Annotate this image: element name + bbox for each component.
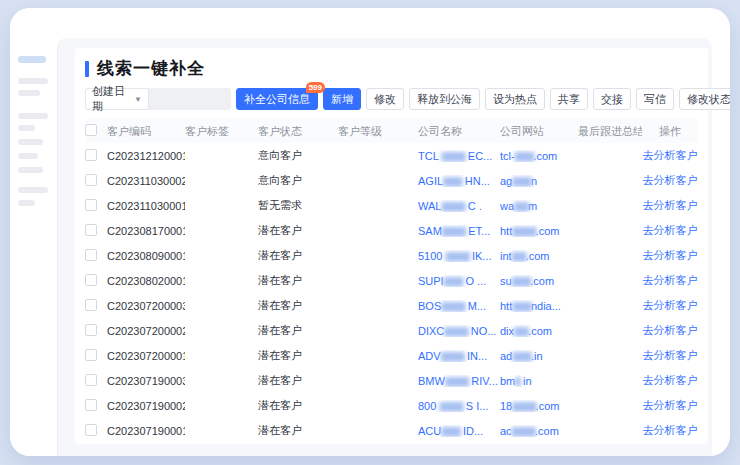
- row-checkbox[interactable]: [85, 249, 97, 261]
- company-website[interactable]: htt█████.com: [500, 225, 578, 237]
- select-all-checkbox[interactable]: [85, 124, 97, 136]
- sidebar-item[interactable]: [18, 139, 43, 145]
- complete-company-info-button[interactable]: 补全公司信息 599: [236, 88, 318, 110]
- company-website-redacted: █: [515, 377, 520, 386]
- company-website-visible: su: [500, 275, 512, 287]
- row-select-cell: [85, 249, 107, 263]
- company-name-visible: ADV: [418, 350, 441, 362]
- company-website[interactable]: ac█████.com: [500, 425, 578, 437]
- sidebar-item[interactable]: [18, 167, 43, 173]
- company-name-visible: AGIL: [418, 175, 443, 187]
- analyze-customer-link[interactable]: 去分析客户: [643, 424, 698, 436]
- company-website[interactable]: wa███m: [500, 200, 578, 212]
- company-name[interactable]: AGIL████ HN...: [418, 175, 500, 187]
- credit-badge: 599: [306, 82, 325, 93]
- company-name[interactable]: TCL █████ EC...: [418, 150, 500, 162]
- company-name-redacted: ████: [443, 177, 462, 186]
- analyze-customer-link[interactable]: 去分析客户: [643, 149, 698, 161]
- row-checkbox[interactable]: [85, 174, 97, 186]
- company-name-visible: EC...: [465, 150, 493, 162]
- share-button[interactable]: 共享: [550, 88, 588, 110]
- row-checkbox[interactable]: [85, 349, 97, 361]
- analyze-customer-link[interactable]: 去分析客户: [643, 274, 698, 286]
- company-website[interactable]: tcl-████.com: [500, 150, 578, 162]
- company-name-redacted: █████: [439, 402, 462, 411]
- company-name[interactable]: SUPI████ O ...: [418, 275, 500, 287]
- row-checkbox[interactable]: [85, 299, 97, 311]
- company-website-visible: in: [520, 375, 532, 387]
- analyze-customer-link[interactable]: 去分析客户: [643, 324, 698, 336]
- row-checkbox[interactable]: [85, 374, 97, 386]
- add-button[interactable]: 新增: [323, 88, 361, 110]
- change-status-button[interactable]: 修改状态: [679, 88, 730, 110]
- company-name[interactable]: 5100 █████ IK...: [418, 250, 500, 262]
- company-name[interactable]: BMW█████ RIV...: [418, 375, 500, 387]
- company-website[interactable]: su████.com: [500, 275, 578, 287]
- sidebar-item-active[interactable]: [18, 56, 46, 63]
- customer-code: C202307190003: [107, 375, 185, 387]
- company-name-redacted: █████: [442, 227, 465, 236]
- set-hotspot-button[interactable]: 设为热点: [485, 88, 545, 110]
- company-name[interactable]: 800 █████ S I...: [418, 400, 500, 412]
- sidebar-item[interactable]: [18, 113, 48, 119]
- analyze-customer-link[interactable]: 去分析客户: [643, 349, 698, 361]
- table-row: C202307200003 潜在客户 BOS█████ M... htt████…: [85, 293, 698, 318]
- company-website[interactable]: ad████.in: [500, 350, 578, 362]
- sidebar-item[interactable]: [18, 153, 38, 159]
- company-name[interactable]: BOS█████ M...: [418, 300, 500, 312]
- company-name-redacted: █████: [441, 302, 464, 311]
- date-field-label: 创建日期: [92, 84, 134, 114]
- handover-button[interactable]: 交接: [593, 88, 631, 110]
- release-to-pool-button[interactable]: 释放到公海: [409, 88, 480, 110]
- company-website-redacted: █████: [512, 402, 535, 411]
- analyze-customer-link[interactable]: 去分析客户: [643, 374, 698, 386]
- analyze-customer-link[interactable]: 去分析客户: [643, 399, 698, 411]
- customer-status: 潜在客户: [258, 373, 338, 388]
- company-website[interactable]: htt████ndia...: [500, 300, 578, 312]
- row-checkbox[interactable]: [85, 274, 97, 286]
- company-name-visible: IN...: [464, 350, 487, 362]
- company-name-visible: IK...: [469, 250, 492, 262]
- company-website-visible: 18: [500, 400, 512, 412]
- company-name-redacted: █████: [441, 202, 464, 211]
- company-name[interactable]: ACU████ ID...: [418, 425, 500, 437]
- date-field-select[interactable]: 创建日期 ▼: [85, 88, 149, 110]
- company-website[interactable]: 18█████.com: [500, 400, 578, 412]
- analyze-customer-link[interactable]: 去分析客户: [643, 199, 698, 211]
- company-website[interactable]: ag████n: [500, 175, 578, 187]
- company-name[interactable]: DIXC█████ NO...: [418, 325, 500, 337]
- sidebar-item[interactable]: [18, 90, 40, 96]
- analyze-customer-link[interactable]: 去分析客户: [643, 224, 698, 236]
- sidebar-item[interactable]: [18, 187, 48, 193]
- company-website-visible: .com: [536, 400, 560, 412]
- sidebar-item[interactable]: [18, 125, 35, 131]
- company-name-visible: M...: [465, 300, 486, 312]
- customer-status: 潜在客户: [258, 298, 338, 313]
- row-checkbox[interactable]: [85, 199, 97, 211]
- row-checkbox[interactable]: [85, 399, 97, 411]
- company-website[interactable]: dix███.com: [500, 325, 578, 337]
- company-name[interactable]: ADV█████ IN...: [418, 350, 500, 362]
- company-website-visible: htt: [500, 300, 512, 312]
- company-website[interactable]: bm█ in: [500, 375, 578, 387]
- row-checkbox[interactable]: [85, 424, 97, 436]
- write-email-button[interactable]: 写信: [636, 88, 674, 110]
- company-name-redacted: ████: [444, 277, 463, 286]
- sidebar-item[interactable]: [18, 78, 48, 84]
- row-checkbox[interactable]: [85, 149, 97, 161]
- company-name[interactable]: WAL█████ C .: [418, 200, 500, 212]
- analyze-customer-link[interactable]: 去分析客户: [643, 249, 698, 261]
- company-name-visible: TCL: [418, 150, 441, 162]
- company-website-visible: .com: [535, 425, 559, 437]
- sidebar-item[interactable]: [18, 200, 35, 206]
- customer-status: 意向客户: [258, 148, 338, 163]
- table-row: C202312120001 意向客户 TCL █████ EC... tcl-█…: [85, 143, 698, 168]
- row-checkbox[interactable]: [85, 324, 97, 336]
- analyze-customer-link[interactable]: 去分析客户: [643, 299, 698, 311]
- row-checkbox[interactable]: [85, 224, 97, 236]
- edit-button[interactable]: 修改: [366, 88, 404, 110]
- table-header-row: 客户编码 客户标签 客户状态 客户等级 公司名称 公司网站 最后跟进总结 操作: [85, 119, 698, 143]
- analyze-customer-link[interactable]: 去分析客户: [643, 174, 698, 186]
- company-website[interactable]: int███.com: [500, 250, 578, 262]
- company-name[interactable]: SAM█████ ET...: [418, 225, 500, 237]
